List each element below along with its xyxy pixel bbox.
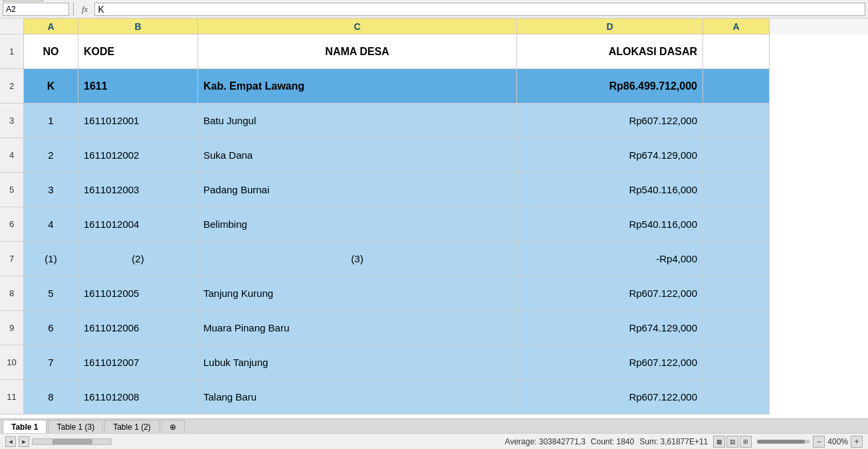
cell-1e[interactable] bbox=[703, 35, 770, 69]
cell-6b[interactable]: 1611012004 bbox=[78, 207, 198, 242]
zoom-plus-btn[interactable]: + bbox=[851, 436, 863, 448]
formula-input[interactable]: K bbox=[94, 3, 865, 16]
col-header-e[interactable]: A bbox=[703, 19, 770, 35]
cell-1b[interactable]: KODE bbox=[78, 35, 198, 69]
cell-4a[interactable]: 2 bbox=[24, 138, 78, 173]
cell-8d[interactable]: Rp607.122,000 bbox=[517, 276, 703, 311]
row-num-1: 1 bbox=[0, 35, 24, 69]
cell-8e[interactable] bbox=[703, 276, 770, 311]
cell-5a[interactable]: 3 bbox=[24, 173, 78, 207]
cell-3d[interactable]: Rp607.122,000 bbox=[517, 104, 703, 138]
scroll-left-btn[interactable]: ◄ bbox=[5, 436, 16, 447]
fx-icon: fx bbox=[78, 4, 92, 15]
scroll-track[interactable] bbox=[32, 438, 112, 445]
status-count: Count: 1840 bbox=[591, 437, 634, 446]
cell-8c[interactable]: Tanjung Kurung bbox=[198, 276, 517, 311]
cell-1a[interactable]: NO bbox=[24, 35, 78, 69]
row-num-6: 6 bbox=[0, 207, 24, 242]
cell-8b[interactable]: 1611012005 bbox=[78, 276, 198, 311]
cell-6e[interactable] bbox=[703, 207, 770, 242]
cell-11a[interactable]: 8 bbox=[24, 380, 78, 414]
row-num-2: 2 bbox=[0, 69, 24, 104]
view-buttons: ▦ ▤ ⊞ bbox=[713, 436, 752, 448]
page-layout-btn[interactable]: ▤ bbox=[726, 436, 738, 448]
cell-1d[interactable]: ALOKASI DASAR bbox=[517, 35, 703, 69]
spreadsheet: A B C D A 1 NO KODE NAMA DESA ALOKASI DA… bbox=[0, 19, 868, 414]
cell-7b[interactable]: (2) bbox=[78, 242, 198, 276]
cell-4d[interactable]: Rp674.129,000 bbox=[517, 138, 703, 173]
cell-9a[interactable]: 6 bbox=[24, 311, 78, 345]
cell-3b[interactable]: 1611012001 bbox=[78, 104, 198, 138]
zoom-minus-btn[interactable]: − bbox=[813, 436, 825, 448]
row-num-10: 10 bbox=[0, 345, 24, 380]
cell-5e[interactable] bbox=[703, 173, 770, 207]
cell-11c[interactable]: Talang Baru bbox=[198, 380, 517, 414]
row-num-header bbox=[0, 19, 24, 35]
cell-5c[interactable]: Padang Burnai bbox=[198, 173, 517, 207]
cell-2c[interactable]: Kab. Empat Lawang bbox=[198, 69, 517, 104]
cell-10e[interactable] bbox=[703, 345, 770, 380]
cell-10a[interactable]: 7 bbox=[24, 345, 78, 380]
cell-11d[interactable]: Rp607.122,000 bbox=[517, 380, 703, 414]
cell-6c[interactable]: Belimbing bbox=[198, 207, 517, 242]
col-header-d[interactable]: D bbox=[517, 19, 703, 35]
row-2: 2 K 1611 Kab. Empat Lawang Rp86.499.712,… bbox=[0, 69, 868, 104]
row-9: 9 6 1611012006 Muara Pinang Baru Rp674.1… bbox=[0, 311, 868, 345]
row-3: 3 1 1611012001 Batu Jungul Rp607.122,000 bbox=[0, 104, 868, 138]
name-box-tooltip: Name Box bbox=[3, 0, 43, 1]
cell-9d[interactable]: Rp674.129,000 bbox=[517, 311, 703, 345]
cell-3c[interactable]: Batu Jungul bbox=[198, 104, 517, 138]
cell-11b[interactable]: 1611012008 bbox=[78, 380, 198, 414]
cell-11e[interactable] bbox=[703, 380, 770, 414]
row-num-3: 3 bbox=[0, 104, 24, 138]
sheet-tab-table1-2[interactable]: Table 1 (2) bbox=[104, 420, 160, 433]
sheet-tab-table1[interactable]: Table 1 bbox=[3, 420, 47, 433]
cell-4b[interactable]: 1611012002 bbox=[78, 138, 198, 173]
cell-2d[interactable]: Rp86.499.712,000 bbox=[517, 69, 703, 104]
cell-9c[interactable]: Muara Pinang Baru bbox=[198, 311, 517, 345]
cell-2b[interactable]: 1611 bbox=[78, 69, 198, 104]
cell-5b[interactable]: 1611012003 bbox=[78, 173, 198, 207]
row-4: 4 2 1611012002 Suka Dana Rp674.129,000 bbox=[0, 138, 868, 173]
cell-3a[interactable]: 1 bbox=[24, 104, 78, 138]
cell-10b[interactable]: 1611012007 bbox=[78, 345, 198, 380]
cell-7c[interactable]: (3) bbox=[198, 242, 517, 276]
cell-7d[interactable]: -Rp4,000 bbox=[517, 242, 703, 276]
cell-6a[interactable]: 4 bbox=[24, 207, 78, 242]
sheet-tab-table1-3[interactable]: Table 1 (3) bbox=[48, 420, 103, 433]
page-break-btn[interactable]: ⊞ bbox=[740, 436, 752, 448]
cell-4c[interactable]: Suka Dana bbox=[198, 138, 517, 173]
status-bar: ◄ ► Average: 303842771,3 Count: 1840 Sum… bbox=[0, 433, 868, 449]
cell-2e[interactable] bbox=[703, 69, 770, 104]
cell-10d[interactable]: Rp607.122,000 bbox=[517, 345, 703, 380]
col-header-b[interactable]: B bbox=[78, 19, 198, 35]
normal-view-btn[interactable]: ▦ bbox=[713, 436, 725, 448]
cell-5d[interactable]: Rp540.116,000 bbox=[517, 173, 703, 207]
cell-1c[interactable]: NAMA DESA bbox=[198, 35, 517, 69]
cell-6d[interactable]: Rp540.116,000 bbox=[517, 207, 703, 242]
zoom-bar[interactable] bbox=[757, 440, 810, 444]
row-7: 7 (1) (2) (3) -Rp4,000 bbox=[0, 242, 868, 276]
scroll-right-btn[interactable]: ► bbox=[19, 436, 29, 447]
col-headers-row: A B C D A bbox=[0, 19, 868, 35]
cell-3e[interactable] bbox=[703, 104, 770, 138]
row-5: 5 3 1611012003 Padang Burnai Rp540.116,0… bbox=[0, 173, 868, 207]
cell-8a[interactable]: 5 bbox=[24, 276, 78, 311]
row-6: 6 4 1611012004 Belimbing Rp540.116,000 bbox=[0, 207, 868, 242]
status-right: Average: 303842771,3 Count: 1840 Sum: 3,… bbox=[505, 436, 863, 448]
row-num-9: 9 bbox=[0, 311, 24, 345]
cell-7a[interactable]: (1) bbox=[24, 242, 78, 276]
status-average: Average: 303842771,3 bbox=[505, 437, 586, 446]
cell-9e[interactable] bbox=[703, 311, 770, 345]
col-header-a[interactable]: A bbox=[24, 19, 78, 35]
cell-7e[interactable] bbox=[703, 242, 770, 276]
cell-9b[interactable]: 1611012006 bbox=[78, 311, 198, 345]
name-box[interactable]: A2 bbox=[3, 3, 69, 16]
cell-4e[interactable] bbox=[703, 138, 770, 173]
row-1: 1 NO KODE NAMA DESA ALOKASI DASAR bbox=[0, 35, 868, 69]
cell-10c[interactable]: Lubuk Tanjung bbox=[198, 345, 517, 380]
cell-2a[interactable]: K bbox=[24, 69, 78, 104]
row-num-4: 4 bbox=[0, 138, 24, 173]
sheet-tab-add[interactable]: ⊕ bbox=[161, 420, 185, 433]
col-header-c[interactable]: C bbox=[198, 19, 517, 35]
